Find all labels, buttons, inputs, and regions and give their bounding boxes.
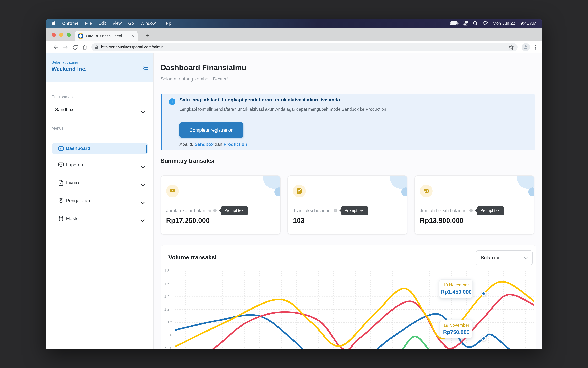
spotlight-search-icon[interactable] <box>473 21 478 26</box>
new-tab-button[interactable]: + <box>142 31 152 40</box>
window-zoom-button[interactable] <box>67 33 71 37</box>
main-panel: Dashboard Finansialmu Selamat datang kem… <box>154 53 542 349</box>
settings-icon <box>58 197 64 205</box>
decor-circle <box>517 175 534 189</box>
sidebar-item-laporan[interactable]: Laporan <box>46 160 153 170</box>
sidebar-item-invoice[interactable]: Invoice <box>46 178 153 188</box>
prompt-tooltip: Prompt text <box>477 206 504 215</box>
y-tick-label: 600k <box>161 346 173 349</box>
info-icon <box>169 98 175 106</box>
sidebar-item-label: Invoice <box>66 180 81 185</box>
address-bar[interactable]: http://ottobusinessportal.com/admin <box>91 43 517 51</box>
forward-icon[interactable] <box>61 42 70 52</box>
tooltip-value: Rp750.000 <box>442 329 471 335</box>
window-minimize-button[interactable] <box>59 33 63 37</box>
tooltip-arrow <box>339 209 342 212</box>
tooltip-value: Rp1.450.000 <box>441 289 471 295</box>
home-icon[interactable] <box>80 42 89 52</box>
menu-bar-date[interactable]: Mon Jun 22 <box>493 21 515 26</box>
invoice-document-icon <box>58 180 64 187</box>
battery-icon[interactable] <box>450 21 459 25</box>
apple-icon[interactable] <box>52 21 56 26</box>
card-label: Jumlah kotor bulan ini <box>166 208 211 213</box>
window-close-button[interactable] <box>52 33 56 37</box>
tab-close-icon[interactable]: ✕ <box>131 33 135 38</box>
tab-strip: otto Otto Business Portal ✕ + <box>46 28 542 41</box>
page-subtitle: Selamat datang kembali, Dexter! <box>161 76 228 82</box>
menu-help[interactable]: Help <box>162 21 171 26</box>
y-tick-label: 1.4m <box>161 294 173 299</box>
reload-icon[interactable] <box>70 42 80 52</box>
environment-select[interactable]: Sandbox <box>46 105 153 115</box>
sidebar-header: Selamat datang Weekend Inc. <box>46 53 153 82</box>
decor-circle <box>390 175 407 189</box>
wifi-icon[interactable] <box>482 21 488 26</box>
range-dropdown[interactable]: Bulan ini <box>476 250 533 265</box>
collapse-sidebar-icon[interactable] <box>142 64 149 72</box>
chart-tooltip: 19 November Rp750.000 <box>440 320 472 338</box>
chevron-down-icon <box>141 182 145 188</box>
complete-registration-button[interactable]: Complete registration <box>180 122 244 138</box>
browser-profile-avatar[interactable] <box>522 43 530 51</box>
y-tick-label: 1.6m <box>161 282 173 286</box>
banner-description: Lengkapi formulir pendaftaran untuk akti… <box>180 107 386 112</box>
browser-menu-icon[interactable] <box>533 43 537 51</box>
macos-menu-bar: Chrome File Edit View Go Window Help Mon… <box>46 18 542 28</box>
lock-icon[interactable] <box>95 45 99 49</box>
page-title: Dashboard Finansialmu <box>161 63 246 72</box>
dashboard-icon <box>58 145 64 153</box>
sliders-icon <box>58 215 64 223</box>
sidebar-item-label: Master <box>66 216 80 221</box>
footer-prefix: Apa itu <box>180 142 193 147</box>
menu-bar-time[interactable]: 9:41 AM <box>521 21 536 26</box>
menu-file[interactable]: File <box>85 21 92 26</box>
chart-marker-dot <box>482 292 486 295</box>
summary-card-net: Jumlah bersih bulan ini Prompt text Rp13… <box>414 175 534 235</box>
browser-toolbar: http://ottobusinessportal.com/admin <box>46 41 542 53</box>
desktop: Chrome File Edit View Go Window Help Mon… <box>0 0 588 368</box>
tooltip-arrow <box>219 209 221 212</box>
sandbox-link[interactable]: Sandbox <box>195 142 214 147</box>
card-label: Jumlah bersih bulan ini <box>420 208 467 213</box>
control-center-icon[interactable] <box>463 21 468 26</box>
banner-footer: Apa itu Sandbox dan Production <box>180 142 247 147</box>
card-label: Transaksi bulan ini <box>293 208 332 213</box>
page-content: Selamat datang Weekend Inc. Environment … <box>46 53 542 349</box>
menu-go[interactable]: Go <box>128 21 134 26</box>
sidebar-item-dashboard[interactable]: Dashboard <box>52 143 148 154</box>
range-dropdown-value: Bulan ini <box>481 255 524 260</box>
y-tick-label: 1m <box>161 320 173 324</box>
menu-app-name[interactable]: Chrome <box>62 21 78 26</box>
info-dot-icon[interactable] <box>469 209 473 212</box>
report-board-icon <box>58 162 64 170</box>
chevron-down-icon <box>141 164 145 170</box>
footer-conjunction: dan <box>215 142 222 147</box>
svg-text:otto: otto <box>80 35 82 37</box>
chevron-down-icon <box>141 217 145 224</box>
chevron-down-icon <box>524 256 528 259</box>
chart-marker-dot <box>482 337 486 340</box>
tooltip-date: 19 November <box>441 283 471 287</box>
production-link[interactable]: Production <box>224 142 247 147</box>
welcome-label: Selamat datang <box>52 60 78 64</box>
sidebar-item-master[interactable]: Master <box>46 214 153 224</box>
y-tick-label: 1.8m <box>161 269 173 273</box>
menu-view[interactable]: View <box>112 21 122 26</box>
menu-edit[interactable]: Edit <box>99 21 106 26</box>
browser-tab[interactable]: otto Otto Business Portal ✕ <box>75 31 137 41</box>
url-text[interactable]: http://ottobusinessportal.com/admin <box>101 45 508 49</box>
chevron-down-icon <box>141 200 145 206</box>
back-icon[interactable] <box>51 42 61 52</box>
banner-accent-stripe <box>161 94 162 150</box>
menus-label: Menus <box>52 126 63 130</box>
environment-label: Environment <box>52 95 74 99</box>
info-dot-icon[interactable] <box>213 209 217 212</box>
volume-chart-svg <box>175 269 534 349</box>
sidebar-item-pengaturan[interactable]: Pengaturan <box>46 196 153 206</box>
info-dot-icon[interactable] <box>334 209 337 212</box>
bookmark-star-icon[interactable] <box>508 44 514 50</box>
company-name: Weekend Inc. <box>52 66 87 72</box>
banner-title: Satu langkah lagi! Lengkapi pendaftaran … <box>180 97 340 102</box>
menu-window[interactable]: Window <box>140 21 156 26</box>
summary-card-gross: Jumlah kotor bulan ini Prompt text Rp17.… <box>161 175 280 235</box>
